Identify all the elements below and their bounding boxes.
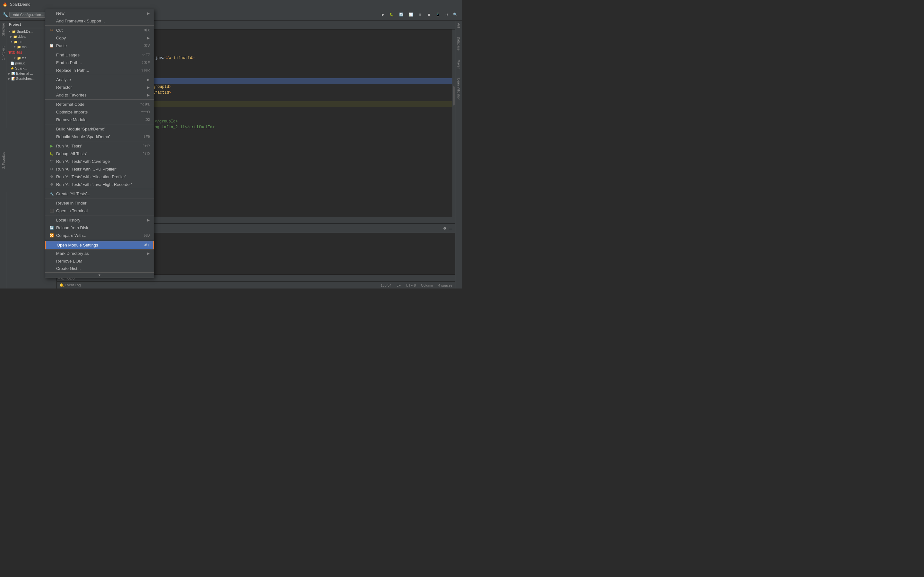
cursor-position: 165:34 (381, 284, 391, 287)
menu-label: Local History (56, 218, 145, 222)
menu-separator (45, 99, 153, 100)
structure-label[interactable]: Structure (1, 22, 6, 37)
scroll-thumb[interactable] (453, 86, 455, 105)
debug-button[interactable]: 🐛 (388, 12, 396, 17)
run-button[interactable]: ▶ (380, 12, 386, 17)
menu-item-compare-with[interactable]: 🔀 Compare With... ⌘D (45, 231, 153, 239)
scissors-icon: ✂ (49, 28, 54, 32)
menu-label: Run 'All Tests' with 'CPU Profiler' (56, 167, 150, 171)
menu-item-copy[interactable]: Copy ▶ (45, 34, 153, 42)
app-title: SparkDemo (10, 2, 30, 7)
menu-item-remove-module[interactable]: Remove Module ⌫ (45, 116, 153, 123)
submenu-arrow: ▶ (147, 11, 150, 15)
app-icon: 🔥 (3, 2, 7, 7)
scratch-folder-icon: 📝 (11, 77, 15, 81)
menu-item-open-terminal[interactable]: ⬛ Open in Terminal (45, 207, 153, 214)
menu-label: Rebuild Module 'SparkDemo' (56, 134, 137, 139)
menu-item-remove-bom[interactable]: Remove BOM (45, 257, 153, 265)
compare-icon: 🔀 (49, 234, 54, 237)
reload-button[interactable]: 🔄 (397, 12, 405, 17)
menu-scroll-indicator[interactable]: ▼ (45, 273, 153, 277)
menu-label: Replace in Path... (56, 68, 136, 73)
menu-item-new[interactable]: New ▶ (45, 9, 153, 17)
cpu-icon: ⚙ (49, 167, 54, 171)
menu-item-rebuild-module[interactable]: Rebuild Module 'SparkDemo' ⇧F9 (45, 133, 153, 140)
menu-item-reload-disk[interactable]: 🔄 Reload from Disk (45, 224, 153, 231)
jfr-icon: ⚙ (49, 182, 54, 187)
editor-scrollbar[interactable] (452, 29, 455, 217)
menu-item-open-module-settings[interactable]: Open Module Settings ⌘↓ (45, 241, 153, 250)
line-ending[interactable]: LF (397, 284, 401, 287)
menu-item-create-tests[interactable]: 🔧 Create 'All Tests'... (45, 190, 153, 197)
menu-shortcut: ⌘↓ (144, 243, 150, 247)
submenu-arrow: ▶ (147, 218, 150, 222)
menu-label: Open Module Settings (57, 243, 139, 247)
menu-item-add-to-favorites[interactable]: Add to Favorites ▶ (45, 91, 153, 99)
event-log[interactable]: 🔔 Event Log (59, 283, 81, 287)
search-toolbar-button[interactable]: 🔍 (451, 12, 459, 17)
menu-label: Debug 'All Tests' (56, 151, 137, 156)
menu-item-create-gist-partial[interactable]: Create Gist... (45, 265, 153, 273)
menu-item-run-cpu[interactable]: ⚙ Run 'All Tests' with 'CPU Profiler' (45, 165, 153, 173)
menu-label: Build Module 'SparkDemo' (56, 127, 150, 131)
layout-button[interactable]: ⟨⟩ (443, 12, 450, 17)
favorites-label[interactable]: 2: Favorites (1, 151, 6, 170)
menu-label: Run 'All Tests' (56, 143, 137, 148)
menu-label: Create 'All Tests'... (56, 191, 150, 196)
menu-item-cut[interactable]: ✂ Cut ⌘X (45, 26, 153, 34)
menu-item-find-in-path[interactable]: Find in Path... ⇧⌘F (45, 59, 153, 66)
menu-item-run-jfr[interactable]: ⚙ Run 'All Tests' with 'Java Flight Reco… (45, 181, 153, 188)
menu-shortcut: ⌘X (144, 28, 150, 32)
database-label[interactable]: Database (456, 35, 461, 52)
menu-shortcut: ⌥F7 (142, 53, 150, 57)
stop-button[interactable]: ⏹ (425, 12, 433, 17)
src-label: src (19, 40, 23, 44)
ant-label[interactable]: Ant (456, 22, 461, 29)
coverage-button[interactable]: 📊 (407, 12, 415, 17)
submenu-arrow: ▶ (147, 36, 150, 40)
device-button[interactable]: 📱 (434, 12, 442, 17)
menu-label: Remove Module (56, 117, 140, 122)
menu-separator (45, 25, 153, 26)
bean-validation-label[interactable]: Bean Validation (456, 77, 461, 102)
menu-item-debug-all-tests[interactable]: 🐛 Debug 'All Tests' ^⇧D (45, 150, 153, 157)
menu-label: Run 'All Tests' with 'Java Flight Record… (56, 182, 150, 187)
menu-item-run-all-tests[interactable]: ▶ Run 'All Tests' ^⇧R (45, 142, 153, 150)
reload-icon: 🔄 (49, 226, 54, 230)
menu-item-mark-directory[interactable]: Mark Directory as ▶ (45, 250, 153, 257)
menu-separator (45, 189, 153, 189)
menu-label: Add to Favorites (56, 93, 145, 97)
add-config-button[interactable]: Add Configuration... (9, 12, 47, 18)
pom-file-icon: 📄 (10, 61, 14, 65)
menu-shortcut: ^⇧D (143, 152, 150, 156)
close-panel-icon[interactable]: — (449, 227, 452, 230)
indent[interactable]: 4 spaces (438, 284, 452, 287)
menu-item-run-alloc[interactable]: ⚙ Run 'All Tests' with 'Allocation Profi… (45, 173, 153, 181)
menu-item-paste[interactable]: 📋 Paste ⌘V (45, 42, 153, 49)
project-folder-icon: 📁 (12, 30, 16, 33)
pause-button[interactable]: ⏸ (417, 12, 424, 17)
menu-item-reformat-code[interactable]: Reformat Code ⌥⌘L (45, 100, 153, 108)
menu-item-replace-in-path[interactable]: Replace in Path... ⇧⌘R (45, 66, 153, 74)
menu-item-refactor[interactable]: Refactor ▶ (45, 83, 153, 91)
menu-separator (45, 75, 153, 75)
menu-label: Paste (56, 43, 139, 48)
menu-item-run-coverage[interactable]: 🛡 Run 'All Tests' with Coverage (45, 157, 153, 165)
menu-item-analyze[interactable]: Analyze ▶ (45, 76, 153, 83)
menu-label: Refactor (56, 85, 145, 90)
ext-label: External ... (16, 71, 33, 75)
project-label[interactable]: 1: Project (1, 45, 6, 61)
debug-icon: 🐛 (49, 152, 54, 156)
menu-item-build-module[interactable]: Build Module 'SparkDemo' (45, 125, 153, 133)
menu-item-local-history[interactable]: Local History ▶ (45, 216, 153, 224)
menu-item-find-usages[interactable]: Find Usages ⌥F7 (45, 51, 153, 59)
encoding[interactable]: UTF-8 (406, 284, 416, 287)
maven-label[interactable]: Maven (456, 58, 461, 71)
menu-item-add-framework[interactable]: Add Framework Support... (45, 17, 153, 25)
menu-item-optimize-imports[interactable]: Optimize Imports ^⌥O (45, 108, 153, 116)
menu-label: Optimize Imports (56, 110, 136, 114)
settings-icon[interactable]: ⚙ (443, 226, 446, 230)
menu-label: Reveal in Finder (56, 201, 150, 205)
menu-shortcut: ⌘D (144, 234, 150, 237)
menu-item-reveal-finder[interactable]: Reveal in Finder (45, 199, 153, 207)
